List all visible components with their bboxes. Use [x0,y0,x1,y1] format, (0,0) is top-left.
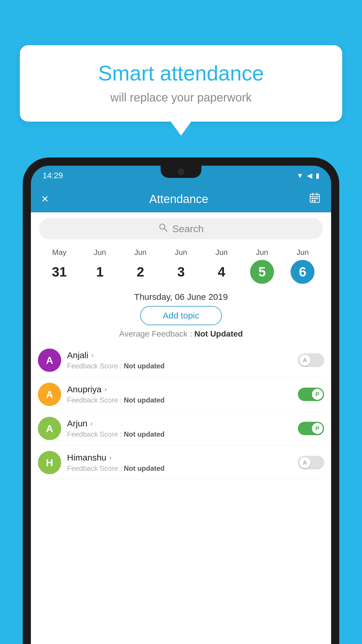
attendance-toggle[interactable]: P [298,422,324,435]
student-list: AAnjali ›Feedback Score : Not updatedAAA… [31,343,331,480]
attendance-toggle[interactable]: P [298,388,324,401]
notch-camera [178,169,184,175]
student-feedback-score: Feedback Score : Not updated [67,362,292,370]
svg-line-10 [164,229,167,231]
calendar-icon[interactable] [309,192,321,206]
student-info: Himanshu ›Feedback Score : Not updated [67,453,292,473]
feedback-label: Feedback Score : [67,430,124,438]
cal-month-label: May [52,248,66,257]
feedback-value: Not updated [124,362,165,370]
cal-date-number: 31 [48,260,71,284]
toggle-knob: A [299,457,310,468]
chevron-right-icon: › [91,351,94,359]
student-avatar: A [38,417,61,440]
cal-month-label: Jun [94,248,106,257]
student-info: Anjali ›Feedback Score : Not updated [67,350,292,370]
student-list-item[interactable]: AAnjali ›Feedback Score : Not updatedA [38,343,324,377]
phone-notch [161,166,201,178]
chevron-right-icon: › [104,385,107,393]
svg-rect-7 [312,200,313,202]
student-name-text: Himanshu [67,453,106,463]
calendar-day[interactable]: Jun5 [250,248,274,284]
student-feedback-score: Feedback Score : Not updated [67,430,292,438]
student-list-item[interactable]: HHimanshu ›Feedback Score : Not updatedA [38,446,324,480]
cal-date-number: 4 [210,260,233,284]
toggle-knob: P [312,423,323,434]
student-info: Anupriya ›Feedback Score : Not updated [67,384,292,404]
feedback-value: Not updated [124,464,165,472]
cal-date-number: 5 [250,260,274,284]
feedback-label: Feedback Score : [67,464,124,472]
student-info: Arjun ›Feedback Score : Not updated [67,419,292,438]
student-name-text: Anjali [67,350,88,360]
calendar-day[interactable]: Jun4 [210,248,233,284]
svg-rect-5 [314,198,316,199]
svg-rect-4 [312,198,313,199]
student-name: Anjali › [67,350,292,360]
feedback-value: Not updated [124,430,165,438]
student-name: Himanshu › [67,453,292,463]
search-icon [158,223,168,235]
chevron-right-icon: › [109,454,112,462]
status-icons: ▼ ◀ ▮ [296,172,319,180]
calendar-strip: May31Jun1Jun2Jun3Jun4Jun5Jun6 [31,245,331,290]
avg-feedback-value: Not Updated [194,329,243,338]
student-avatar: A [38,383,61,406]
calendar-day[interactable]: Jun2 [129,248,152,284]
battery-icon: ▮ [316,172,319,180]
student-list-item[interactable]: AArjun ›Feedback Score : Not updatedP [38,412,324,446]
chevron-right-icon: › [90,419,93,428]
phone-frame: 14:29 ▼ ◀ ▮ × Attendance [23,158,339,644]
attendance-toggle[interactable]: A [298,354,324,367]
svg-rect-6 [316,198,318,199]
student-avatar: A [38,349,61,372]
search-placeholder: Search [172,223,204,235]
speech-bubble: Smart attendance will replace your paper… [20,45,342,122]
feedback-label: Feedback Score : [67,362,124,370]
cal-date-number: 1 [88,260,112,284]
svg-rect-8 [314,200,316,202]
app-content: Search May31Jun1Jun2Jun3Jun4Jun5Jun6 Thu… [31,212,331,644]
speech-bubble-container: Smart attendance will replace your paper… [20,45,342,122]
attendance-toggle[interactable]: A [298,456,324,469]
calendar-day[interactable]: Jun6 [291,248,314,284]
page-title: Attendance [149,192,208,206]
add-topic-button[interactable]: Add topic [140,306,222,325]
feedback-value: Not updated [124,396,165,404]
average-feedback: Average Feedback : Not Updated [31,329,331,339]
cal-month-label: Jun [296,248,309,257]
phone-inner: 14:29 ▼ ◀ ▮ × Attendance [31,166,331,644]
student-name: Arjun › [67,419,292,428]
speech-bubble-title: Smart attendance [37,61,325,85]
cal-month-label: Jun [175,248,187,257]
cal-month-label: Jun [134,248,147,257]
avg-feedback-label: Average Feedback : [119,329,194,338]
calendar-day[interactable]: Jun1 [88,248,112,284]
student-name: Anupriya › [67,384,292,394]
student-name-text: Arjun [67,419,87,428]
close-button[interactable]: × [41,192,49,206]
toggle-knob: P [312,389,323,400]
student-list-item[interactable]: AAnupriya ›Feedback Score : Not updatedP [38,377,324,412]
cal-month-label: Jun [256,248,268,257]
selected-date-label: Thursday, 06 June 2019 [31,290,331,306]
speech-bubble-subtitle: will replace your paperwork [37,91,325,104]
cal-month-label: Jun [215,248,228,257]
feedback-label: Feedback Score : [67,396,124,404]
search-bar[interactable]: Search [39,218,323,239]
app-header: × Attendance [31,186,331,212]
signal-icon: ◀ [307,172,312,180]
student-feedback-score: Feedback Score : Not updated [67,464,292,473]
student-name-text: Anupriya [67,384,101,394]
calendar-day[interactable]: May31 [48,248,71,284]
student-avatar: H [38,451,61,474]
status-time: 14:29 [43,171,63,180]
cal-date-number: 2 [129,260,152,284]
student-feedback-score: Feedback Score : Not updated [67,396,292,404]
cal-date-number: 6 [291,260,314,284]
toggle-knob: A [299,355,310,366]
wifi-icon: ▼ [296,172,303,180]
calendar-day[interactable]: Jun3 [169,248,193,284]
cal-date-number: 3 [169,260,193,284]
